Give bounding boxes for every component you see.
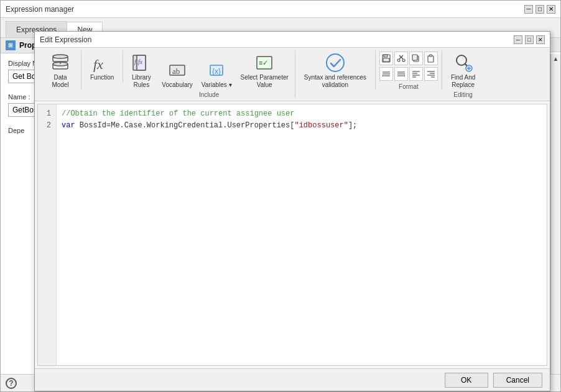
toolbar-syntax-group: Syntax and referencesvalidation (295, 50, 376, 90)
toolbar: DataModel fx Function (35, 48, 550, 101)
function-label: Function (90, 74, 114, 81)
vocabulary-icon: ab (166, 59, 188, 81)
svg-text:fx: fx (93, 57, 103, 72)
toolbar-include-group: fx fx LibraryRules (123, 50, 295, 98)
dialog-title-bar: Edit Expression ─ □ ✕ (35, 32, 550, 48)
save-button[interactable] (379, 52, 393, 65)
variables-label: Variables ▾ (202, 81, 232, 89)
dialog-overlay: Edit Expression ─ □ ✕ (0, 0, 561, 392)
variables-button[interactable]: {x} Variables ▾ (198, 58, 236, 90)
toolbar-function-group: fx Function (81, 50, 123, 83)
dialog-maximize-button[interactable]: □ (525, 35, 534, 44)
select-parameter-label: Select ParameterValue (241, 74, 289, 89)
ok-button[interactable]: OK (445, 373, 488, 388)
svg-rect-27 (412, 55, 417, 60)
align-left-button[interactable] (409, 67, 423, 81)
dialog-title: Edit Expression (40, 35, 91, 44)
data-model-icon (49, 52, 72, 74)
find-replace-label: Find AndReplace (451, 74, 475, 89)
svg-rect-21 (383, 58, 389, 62)
format-row-1 (379, 52, 438, 65)
code-content[interactable]: //Obtain the identifier of the current a… (57, 104, 547, 365)
svg-point-25 (402, 59, 405, 62)
find-replace-icon (452, 52, 475, 74)
find-replace-button[interactable]: Find AndReplace (447, 50, 479, 90)
align-right-button[interactable] (424, 67, 438, 81)
svg-point-18 (327, 54, 344, 71)
dialog-close-button[interactable]: ✕ (536, 35, 545, 44)
library-rules-icon: fx fx (130, 52, 152, 74)
include-items: fx fx LibraryRules (126, 50, 292, 90)
svg-text:{x}: {x} (212, 67, 221, 76)
main-window: Expression manager ─ □ ✕ Expressions New… (0, 0, 561, 392)
cut-button[interactable] (394, 52, 408, 65)
library-rules-label: LibraryRules (132, 74, 151, 89)
format-group-label: Format (399, 83, 419, 90)
syntax-validation-label: Syntax and referencesvalidation (304, 74, 366, 89)
svg-text:ab: ab (172, 66, 180, 76)
line-number-2: 2 (43, 120, 51, 132)
data-model-label: DataModel (52, 74, 68, 89)
vocabulary-button[interactable]: ab Vocabulary (158, 58, 196, 90)
line-number-1: 1 (43, 108, 51, 120)
svg-marker-37 (404, 75, 405, 77)
indent-right-button[interactable] (394, 67, 408, 81)
svg-point-3 (53, 55, 68, 58)
format-buttons (379, 50, 438, 81)
paste-button[interactable] (424, 52, 438, 65)
svg-marker-33 (382, 75, 384, 77)
format-row-2 (379, 67, 438, 81)
svg-text:≡✓: ≡✓ (259, 59, 268, 66)
toolbar-format-group: Format (376, 50, 442, 90)
dialog-bottom: OK Cancel (35, 368, 550, 391)
include-group-label: Include (199, 91, 219, 98)
toolbar-editing-group: Find AndReplace Editing (442, 50, 484, 98)
data-model-button[interactable]: DataModel (45, 50, 76, 90)
svg-point-24 (397, 59, 400, 62)
copy-button[interactable] (409, 52, 423, 65)
vocabulary-label: Vocabulary (162, 81, 192, 89)
indent-left-button[interactable] (379, 67, 393, 81)
editing-group-label: Editing (453, 91, 473, 98)
cancel-button[interactable]: Cancel (493, 373, 542, 388)
select-parameter-icon: ≡✓ (253, 52, 276, 74)
dialog-controls: ─ □ ✕ (514, 35, 545, 44)
dialog-minimize-button[interactable]: ─ (514, 35, 522, 44)
svg-rect-29 (429, 55, 432, 57)
library-rules-button[interactable]: fx fx LibraryRules (126, 50, 157, 90)
syntax-validation-button[interactable]: Syntax and referencesvalidation (300, 50, 370, 90)
code-editor[interactable]: 1 2 //Obtain the identifier of the curre… (37, 104, 547, 366)
syntax-validation-icon (324, 52, 346, 74)
edit-expression-dialog: Edit Expression ─ □ ✕ (34, 31, 550, 391)
function-button[interactable]: fx Function (86, 50, 118, 83)
function-icon: fx (91, 52, 113, 74)
svg-text:fx: fx (138, 58, 143, 65)
variables-icon: {x} (205, 59, 228, 81)
select-parameter-button[interactable]: ≡✓ Select ParameterValue (237, 50, 292, 90)
line-numbers: 1 2 (38, 104, 57, 365)
toolbar-data-model-group: DataModel (40, 50, 81, 90)
svg-rect-20 (384, 55, 387, 57)
